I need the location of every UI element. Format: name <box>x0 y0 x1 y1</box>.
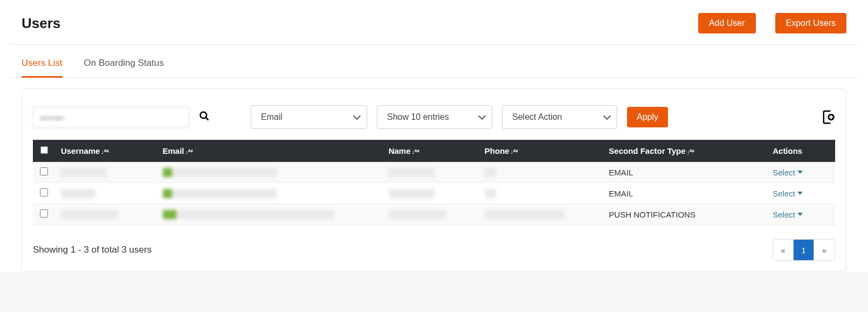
users-panel: Email Show 10 entries Select Action Appl… <box>22 89 846 272</box>
column-second-factor[interactable]: Second Factor Type↓ᴬᶻ <box>603 140 767 162</box>
table-footer: Showing 1 - 3 of total 3 users « 1 » <box>33 239 835 261</box>
column-name[interactable]: Name↓ᴬᶻ <box>383 140 479 162</box>
cell-second-factor: EMAIL <box>603 183 767 204</box>
row-action-select[interactable]: Select <box>773 168 803 177</box>
caret-down-icon <box>797 171 803 174</box>
controls-row: Email Show 10 entries Select Action Appl… <box>33 105 835 129</box>
svg-line-1 <box>206 117 209 120</box>
sort-icon: ↓ᴬᶻ <box>412 148 420 155</box>
row-action-select[interactable]: Select <box>773 189 803 198</box>
sort-icon: ↓ᴬᶻ <box>101 148 109 155</box>
cell-username: ██████ <box>61 189 95 198</box>
row-checkbox[interactable] <box>40 167 48 175</box>
select-all-checkbox[interactable] <box>40 146 48 154</box>
cell-phone: ██ <box>485 189 496 198</box>
cell-username: ██████████ <box>61 210 118 219</box>
table-row: ██████████ █████████████████████████████… <box>33 204 835 225</box>
results-summary: Showing 1 - 3 of total 3 users <box>33 245 151 255</box>
sort-icon: ↓ᴬᶻ <box>511 148 519 155</box>
table-row: ████████ ████████████████████ ████████ █… <box>33 162 835 183</box>
row-checkbox[interactable] <box>40 209 48 218</box>
page-title: Users <box>22 15 60 32</box>
cell-email: ████████████████████ <box>163 168 278 177</box>
pagination-next[interactable]: » <box>814 240 835 260</box>
export-users-button[interactable]: Export Users <box>775 13 846 33</box>
cell-phone: ██ <box>485 168 496 177</box>
cell-name: ██████████ <box>389 210 446 219</box>
tabs: Users List On Boarding Status <box>11 45 857 78</box>
pagination-prev[interactable]: « <box>773 240 794 260</box>
svg-point-0 <box>201 112 207 118</box>
cell-second-factor: PUSH NOTIFICATIONS <box>603 204 767 225</box>
users-table: Username↓ᴬᶻ Email↓ᴬᶻ Name↓ᴬᶻ Phone↓ᴬᶻ Se… <box>33 140 835 225</box>
column-username[interactable]: Username↓ᴬᶻ <box>56 140 157 162</box>
column-email[interactable]: Email↓ᴬᶻ <box>157 140 383 162</box>
apply-button[interactable]: Apply <box>627 107 668 127</box>
pagination-page-1[interactable]: 1 <box>794 240 814 260</box>
cell-second-factor: EMAIL <box>603 162 767 183</box>
column-actions: Actions <box>767 140 835 162</box>
cell-name: ████████ <box>389 168 435 177</box>
select-all-header <box>33 140 56 162</box>
add-column-icon[interactable] <box>819 109 835 125</box>
cell-username: ████████ <box>61 168 107 177</box>
cell-phone: ██████████████ <box>485 210 565 219</box>
row-checkbox[interactable] <box>40 188 48 196</box>
pagination: « 1 » <box>773 239 835 261</box>
page-header: Users Add User Export Users <box>11 0 857 45</box>
cell-email: ██████████████████████████████ <box>163 210 335 219</box>
cell-email: ████████████████████ <box>163 189 278 198</box>
caret-down-icon <box>797 192 803 195</box>
bulk-action-select[interactable]: Select Action <box>502 105 617 129</box>
add-user-button[interactable]: Add User <box>698 13 756 33</box>
tab-users-list[interactable]: Users List <box>22 58 63 78</box>
cell-name: ████████ <box>389 189 435 198</box>
filter-by-select[interactable]: Email <box>251 105 367 129</box>
column-phone[interactable]: Phone↓ᴬᶻ <box>479 140 604 162</box>
search-icon[interactable] <box>199 111 210 124</box>
search-input[interactable] <box>33 106 189 128</box>
row-action-select[interactable]: Select <box>773 210 803 219</box>
entries-select[interactable]: Show 10 entries <box>377 105 492 129</box>
caret-down-icon <box>797 213 803 216</box>
sort-icon: ↓ᴬᶻ <box>185 148 194 155</box>
tab-onboarding-status[interactable]: On Boarding Status <box>84 58 164 78</box>
sort-icon: ↓ᴬᶻ <box>687 148 695 155</box>
table-row: ██████ ████████████████████ ████████ ██ … <box>33 183 835 204</box>
header-actions: Add User Export Users <box>698 13 846 33</box>
